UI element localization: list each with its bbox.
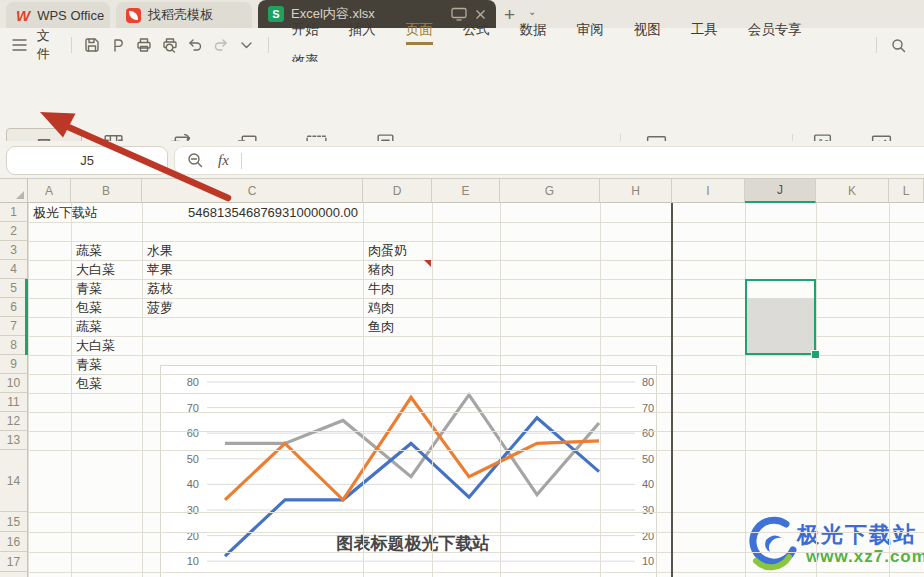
menu-tab-审阅[interactable]: 审阅: [577, 14, 604, 45]
row-header-11[interactable]: 11: [0, 393, 28, 412]
formula-input[interactable]: fx: [174, 146, 924, 175]
row-header-3[interactable]: 3: [0, 241, 28, 260]
row-header-12[interactable]: 12: [0, 412, 28, 431]
select-all-corner[interactable]: [0, 179, 28, 203]
cell-D6[interactable]: 鸡肉: [368, 298, 394, 317]
gridline-horizontal: [28, 222, 924, 223]
menu-tab-数据[interactable]: 数据: [520, 14, 547, 45]
cell-C4[interactable]: 苹果: [147, 260, 173, 279]
tab-label: 找稻壳模板: [148, 6, 213, 24]
row-header-selection-strip: [25, 279, 28, 355]
row-header-4[interactable]: 4: [0, 260, 28, 279]
column-header-L[interactable]: L: [889, 179, 924, 203]
tab-docer-templates[interactable]: 找稻壳模板: [116, 2, 252, 28]
menu-tab-会员专享[interactable]: 会员专享: [748, 14, 802, 45]
cell-D7[interactable]: 鱼肉: [368, 317, 394, 336]
svg-text:10: 10: [642, 555, 654, 567]
row-header-13[interactable]: 13: [0, 431, 28, 450]
column-header-J[interactable]: J: [745, 179, 816, 203]
sheet-grid[interactable]: ◂▸ 10102020303040405050606070708080图表标题极…: [0, 179, 924, 577]
search-icon[interactable]: [886, 33, 910, 57]
wps-spreadsheet-window: W WPS Office 找稻壳模板 S Excel内容.xlsx + ⌄ 文件: [0, 0, 924, 577]
row-header-15[interactable]: 15: [0, 512, 28, 532]
row-header-10[interactable]: 10: [0, 374, 28, 393]
menu-tab-工具[interactable]: 工具: [691, 14, 718, 45]
gridline-horizontal: [28, 355, 924, 356]
cell-D4[interactable]: 猪肉: [368, 260, 394, 279]
row-header-16[interactable]: 16: [0, 532, 28, 552]
embedded-chart[interactable]: 10102020303040405050606070708080图表标题极光下载…: [160, 365, 657, 577]
column-header-G[interactable]: G: [500, 179, 600, 203]
column-header-K[interactable]: K: [816, 179, 889, 203]
tab-label: WPS Office: [37, 8, 104, 23]
row-header-9[interactable]: 9: [0, 355, 28, 374]
menu-tab-页面[interactable]: 页面: [406, 14, 433, 45]
cell-D5[interactable]: 牛肉: [368, 279, 394, 298]
cell-B7[interactable]: 蔬菜: [76, 317, 102, 336]
row-header-6[interactable]: 6: [0, 298, 28, 317]
column-header-H[interactable]: H: [600, 179, 672, 203]
cell-B6[interactable]: 包菜: [76, 298, 102, 317]
row-header-14[interactable]: 14: [0, 450, 28, 512]
gridline-horizontal: [28, 431, 924, 432]
column-header-C[interactable]: C: [142, 179, 363, 203]
row-header-1[interactable]: 1: [0, 203, 28, 222]
page-break-line: [671, 203, 673, 577]
redo-icon[interactable]: [209, 33, 233, 57]
export-pdf-icon[interactable]: [106, 33, 130, 57]
gridline-horizontal: [28, 532, 924, 533]
toolbar-more-chevron-icon[interactable]: [235, 33, 259, 57]
menu-tab-公式[interactable]: 公式: [463, 14, 490, 45]
row-header-18[interactable]: 18: [0, 572, 28, 577]
divider: [241, 153, 242, 169]
print-icon[interactable]: [132, 33, 156, 57]
gridline-horizontal: [28, 412, 924, 413]
row-header-8[interactable]: 8: [0, 336, 28, 355]
column-header-D[interactable]: D: [363, 179, 432, 203]
row-header-5[interactable]: 5: [0, 279, 28, 298]
cell-B8[interactable]: 大白菜: [76, 336, 115, 355]
cell-B3[interactable]: 蔬菜: [76, 241, 102, 260]
cell-C1[interactable]: 546813546876931000000.00: [144, 203, 358, 222]
column-header-A[interactable]: A: [28, 179, 71, 203]
gridline-horizontal: [28, 552, 924, 553]
svg-text:30: 30: [642, 504, 654, 516]
row-header-7[interactable]: 7: [0, 317, 28, 336]
cell-D3[interactable]: 肉蛋奶: [368, 241, 407, 260]
menu-tab-视图[interactable]: 视图: [634, 14, 661, 45]
undo-icon[interactable]: [184, 33, 208, 57]
svg-text:60: 60: [642, 427, 654, 439]
menu-bar: 文件 开始插入页面公式数据审阅视图工具会员专享效率: [0, 28, 924, 62]
cell-B4[interactable]: 大白菜: [76, 260, 115, 279]
cell-B10[interactable]: 包菜: [76, 374, 102, 393]
row-header-2[interactable]: 2: [0, 222, 28, 241]
cell-C5[interactable]: 荔枝: [147, 279, 173, 298]
tab-wps-home[interactable]: W WPS Office: [6, 2, 110, 28]
column-header-I[interactable]: I: [672, 179, 745, 203]
svg-text:40: 40: [642, 478, 654, 490]
divider: [876, 37, 877, 53]
print-preview-quick-icon[interactable]: [158, 33, 182, 57]
menu-tab-插入[interactable]: 插入: [349, 14, 376, 45]
watermark-url: www.xz7.com: [806, 547, 924, 567]
svg-text:80: 80: [187, 376, 199, 388]
selection-fill-handle[interactable]: [811, 350, 820, 359]
cell-B5[interactable]: 青菜: [76, 279, 102, 298]
menu-tab-开始[interactable]: 开始: [292, 14, 319, 45]
cell-A1[interactable]: 极光下载站: [33, 203, 98, 222]
comment-marker-icon: [424, 260, 431, 267]
docer-logo-icon: [126, 8, 141, 23]
cell-C3[interactable]: 水果: [147, 241, 173, 260]
fx-icon[interactable]: fx: [218, 152, 229, 169]
name-box[interactable]: J5: [6, 146, 168, 175]
save-icon[interactable]: [81, 33, 105, 57]
cell-B9[interactable]: 青菜: [76, 355, 102, 374]
column-header-B[interactable]: B: [71, 179, 142, 203]
zoom-out-icon[interactable]: [187, 152, 204, 169]
cell-C6[interactable]: 菠萝: [147, 298, 173, 317]
row-header-17[interactable]: 17: [0, 552, 28, 572]
main-menu-icon[interactable]: [8, 33, 32, 57]
column-header-E[interactable]: E: [432, 179, 500, 203]
file-menu[interactable]: 文件: [37, 27, 63, 63]
divider: [268, 37, 269, 53]
